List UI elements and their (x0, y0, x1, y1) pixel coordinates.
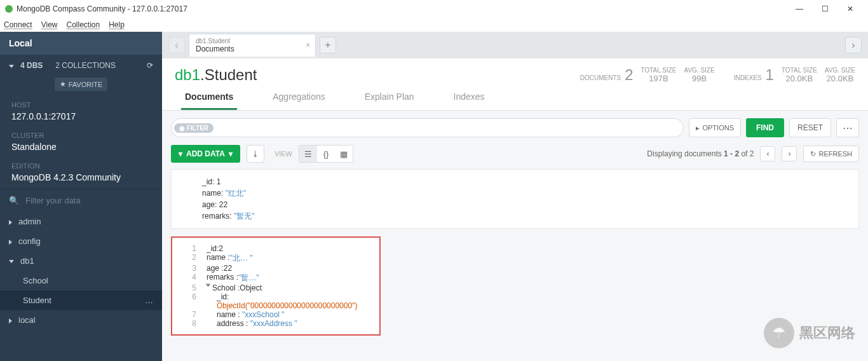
chevron-right-icon (9, 240, 12, 245)
subtab-indexes[interactable]: Indexes (450, 92, 489, 110)
menu-collection[interactable]: Collection (67, 20, 100, 29)
document-card-editing[interactable]: 1_id: 2 2name : "北… " 3age : 22 4remarks… (171, 236, 381, 336)
collections-count: 2 COLLECTIONS (55, 61, 116, 70)
options-button[interactable]: ▸ OPTIONS (689, 118, 741, 137)
dbs-count: 4 DBS (20, 61, 43, 70)
db-item-admin[interactable]: admin (0, 212, 162, 231)
menu-view[interactable]: View (41, 20, 58, 29)
idx-avg-size: 20.0KB (827, 74, 854, 83)
collection-header: db1.Student DOCUMENTS2 TOTAL SIZE197B AV… (162, 58, 868, 84)
sidebar-header: Local (0, 32, 162, 55)
edition-value: MongoDB 4.2.3 Community (11, 172, 151, 182)
content-area: ‹ db1.Student Documents × + › db1.Studen… (162, 32, 868, 361)
edition-label: EDITION (11, 162, 151, 170)
menubar: Connect View Collection Help (0, 18, 868, 32)
watermark: ☂ 黑区网络 (764, 318, 855, 348)
menu-help[interactable]: Help (109, 20, 125, 29)
tab-forward[interactable]: › (845, 37, 862, 53)
host-label: HOST (11, 101, 151, 109)
window-title: MongoDB Compass Community - 127.0.0.1:27… (17, 4, 187, 13)
toolbar: ▾ ADD DATA ▾ ⭳ VIEW ☰ {} ▦ Displaying do… (162, 145, 868, 169)
tab-namespace: db1.Student (196, 37, 309, 44)
view-label: VIEW (275, 150, 292, 158)
more-options[interactable]: ⋯ (836, 118, 859, 137)
subtabs: Documents Aggregations Explain Plan Inde… (162, 84, 868, 111)
expand-icon[interactable] (206, 284, 211, 287)
favorite-button[interactable]: ★ FAVORITE (55, 78, 108, 91)
documents-list: _id: 1 name: "红北" age: 22 remarks: "暂无" … (162, 169, 868, 361)
collection-school[interactable]: School (0, 271, 162, 290)
namespace-title: db1.Student (175, 66, 257, 84)
reset-button[interactable]: RESET (789, 118, 831, 137)
avg-size: 99B (692, 74, 707, 83)
subtab-documents[interactable]: Documents (181, 92, 237, 110)
sidebar-search[interactable]: 🔍 (0, 189, 162, 212)
total-size: 197B (649, 74, 668, 83)
window-close[interactable]: ✕ (837, 0, 863, 18)
tabbar: ‹ db1.Student Documents × + › (162, 32, 868, 58)
more-icon[interactable]: … (145, 296, 153, 305)
menu-connect[interactable]: Connect (4, 20, 32, 29)
cluster-value: Standalone (11, 142, 151, 152)
tab-section: Documents (196, 44, 309, 53)
collection-student[interactable]: Student… (0, 290, 162, 310)
add-data-button[interactable]: ▾ ADD DATA ▾ (171, 145, 240, 163)
pagination: Displaying documents 1 - 2 of 2 ‹ › ↻ RE… (647, 146, 859, 162)
app-icon (5, 5, 13, 13)
watermark-text: 黑区网络 (799, 324, 855, 343)
find-button[interactable]: FIND (746, 118, 784, 137)
filter-pill: ◉ FILTER (174, 123, 214, 133)
db-item-local[interactable]: local (0, 310, 162, 330)
db-item-config[interactable]: config (0, 231, 162, 251)
tab-add[interactable]: + (320, 37, 336, 53)
view-list-icon[interactable]: ☰ (299, 146, 317, 162)
filter-input[interactable] (25, 196, 153, 205)
watermark-icon: ☂ (764, 318, 794, 348)
chevron-down-icon (9, 260, 14, 263)
view-table-icon[interactable]: ▦ (335, 146, 353, 162)
search-icon: 🔍 (9, 196, 19, 205)
filter-bar: ◉ FILTER ▸ OPTIONS FIND RESET ⋯ (162, 111, 868, 145)
filter-query-input[interactable]: ◉ FILTER (171, 118, 684, 137)
window-titlebar: MongoDB Compass Community - 127.0.0.1:27… (0, 0, 868, 18)
chevron-down-icon (9, 65, 14, 68)
subtab-explain[interactable]: Explain Plan (361, 92, 418, 110)
cluster-label: CLUSTER (11, 132, 151, 139)
window-maximize[interactable]: ☐ (812, 0, 837, 18)
close-icon[interactable]: × (306, 41, 310, 50)
chevron-right-icon (9, 220, 12, 225)
sidebar: Local 4 DBS 2 COLLECTIONS ⟳ ★ FAVORITE H… (0, 32, 162, 361)
export-icon[interactable]: ⭳ (247, 145, 264, 163)
indexes-count: 1 (766, 66, 774, 84)
refresh-button[interactable]: ↻ REFRESH (803, 146, 859, 162)
subtab-aggregations[interactable]: Aggregations (269, 92, 329, 110)
window-minimize[interactable]: — (787, 0, 812, 18)
tab-active[interactable]: db1.Student Documents × (189, 34, 316, 57)
host-value: 127.0.0.1:27017 (11, 111, 151, 121)
view-json-icon[interactable]: {} (317, 146, 335, 162)
dbs-summary-row[interactable]: 4 DBS 2 COLLECTIONS ⟳ (0, 55, 162, 76)
chevron-right-icon (9, 318, 12, 324)
document-card[interactable]: _id: 1 name: "红北" age: 22 remarks: "暂无" (171, 169, 859, 229)
refresh-icon[interactable]: ⟳ (147, 61, 153, 70)
page-prev[interactable]: ‹ (760, 146, 775, 161)
documents-count: 2 (625, 66, 633, 84)
page-next[interactable]: › (782, 146, 797, 161)
db-item-db1[interactable]: db1 (0, 251, 162, 271)
tab-back[interactable]: ‹ (168, 37, 185, 53)
idx-total-size: 20.0KB (786, 74, 813, 83)
